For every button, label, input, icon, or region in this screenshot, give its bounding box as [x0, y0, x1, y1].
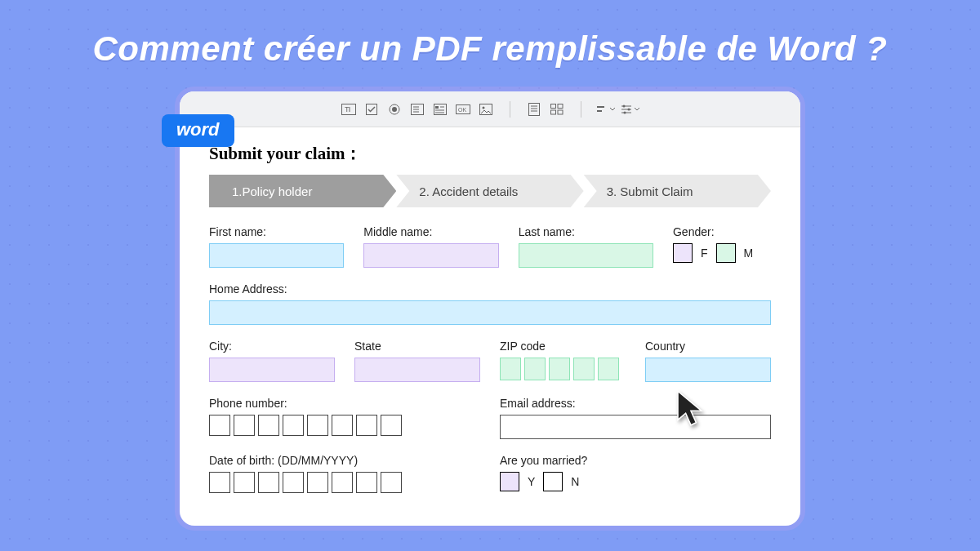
married-n-checkbox[interactable]: [543, 472, 563, 491]
first-name-input[interactable]: [209, 243, 344, 268]
gender-m-label: M: [744, 247, 754, 260]
picture-control-icon[interactable]: [477, 101, 495, 118]
gender-f-checkbox[interactable]: [673, 243, 693, 263]
step-accident-details[interactable]: 2. Accident details: [396, 175, 583, 207]
group-control-icon[interactable]: [548, 101, 566, 118]
svg-rect-10: [434, 104, 447, 114]
legacy-tools-icon[interactable]: [525, 101, 543, 118]
checkbox-control-icon[interactable]: [363, 101, 381, 118]
svg-rect-26: [558, 110, 563, 114]
last-name-label: Last name:: [519, 225, 653, 238]
cursor-icon: [675, 389, 707, 428]
word-window: T OK Submit your claim： 1.Pol: [180, 91, 800, 526]
svg-rect-25: [551, 110, 556, 114]
zip-input[interactable]: [500, 358, 626, 380]
document-title: Submit your claim：: [209, 142, 771, 165]
email-input[interactable]: [500, 415, 771, 439]
svg-text:T: T: [345, 105, 350, 113]
design-mode-icon[interactable]: [596, 101, 616, 118]
married-label: Are you married?: [500, 454, 771, 467]
country-label: Country: [645, 340, 771, 353]
combobox-control-icon[interactable]: [408, 101, 426, 118]
gender-f-label: F: [701, 247, 708, 260]
document-container: word T OK Submit you: [180, 91, 800, 526]
date-picker-control-icon[interactable]: OK: [454, 101, 472, 118]
dropdown-control-icon[interactable]: [431, 101, 449, 118]
word-tag: word: [162, 114, 234, 147]
married-y-label: Y: [528, 475, 535, 488]
ribbon-toolbar: T OK: [180, 91, 800, 127]
state-input[interactable]: [354, 358, 480, 382]
svg-text:OK: OK: [458, 107, 466, 113]
step-indicator: 1.Policy holder 2. Accident details 3. S…: [209, 175, 771, 207]
home-address-label: Home Address:: [209, 282, 771, 295]
dob-input[interactable]: [209, 472, 480, 493]
svg-rect-23: [551, 104, 556, 108]
rich-text-control-icon[interactable]: T: [340, 101, 358, 118]
step-submit-claim[interactable]: 3. Submit Claim: [584, 175, 771, 207]
phone-input[interactable]: [209, 415, 480, 436]
ribbon-separator: [581, 101, 581, 118]
email-label: Email address:: [500, 397, 771, 410]
phone-label: Phone number:: [209, 397, 480, 410]
document-body: Submit your claim： 1.Policy holder 2. Ac…: [180, 127, 800, 526]
svg-point-18: [483, 106, 485, 109]
radio-control-icon[interactable]: [385, 101, 403, 118]
gender-m-checkbox[interactable]: [716, 243, 736, 263]
first-name-label: First name:: [209, 225, 344, 238]
step-policy-holder[interactable]: 1.Policy holder: [209, 175, 396, 207]
svg-rect-19: [529, 103, 540, 115]
middle-name-label: Middle name:: [363, 225, 498, 238]
country-input[interactable]: [645, 358, 771, 382]
properties-icon[interactable]: [621, 101, 640, 118]
svg-rect-11: [435, 106, 439, 109]
page-headline: Comment créer un PDF remplissable de Wor…: [0, 0, 980, 91]
gender-label: Gender:: [673, 225, 771, 238]
middle-name-input[interactable]: [363, 243, 498, 268]
svg-point-5: [392, 107, 397, 112]
married-y-checkbox[interactable]: [500, 472, 519, 491]
svg-rect-24: [558, 104, 563, 108]
ribbon-separator: [510, 101, 510, 118]
home-address-input[interactable]: [209, 300, 771, 325]
city-label: City:: [209, 340, 335, 353]
married-n-label: N: [571, 475, 579, 488]
zip-label: ZIP code: [500, 340, 626, 353]
last-name-input[interactable]: [519, 243, 653, 268]
state-label: State: [354, 340, 480, 353]
city-input[interactable]: [209, 358, 335, 382]
dob-label: Date of birth: (DD/MM/YYYY): [209, 454, 480, 467]
